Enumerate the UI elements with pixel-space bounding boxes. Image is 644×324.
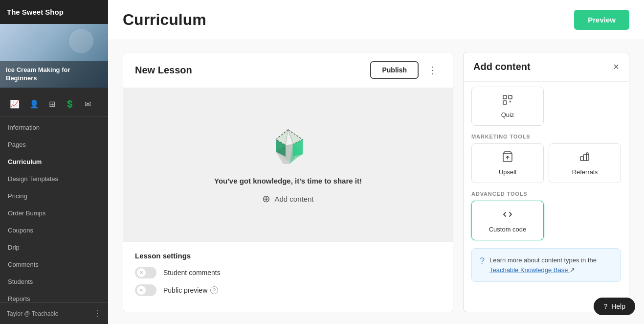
plus-circle-icon: ⊕ xyxy=(262,193,270,205)
student-comments-setting: Student comments xyxy=(135,267,441,278)
lesson-header: New Lesson Publish ⋮ xyxy=(123,52,453,88)
public-preview-help-icon[interactable]: ? xyxy=(210,286,218,294)
student-comments-toggle[interactable] xyxy=(135,267,156,278)
add-content-button[interactable]: ⊕ Add content xyxy=(262,193,313,205)
sidebar-item-comments[interactable]: Comments xyxy=(0,256,108,273)
sidebar-item-email[interactable]: ✉ xyxy=(81,95,95,113)
referrals-card[interactable]: Referrals xyxy=(549,143,621,183)
public-preview-label: Public preview ? xyxy=(163,286,218,294)
publish-button[interactable]: Publish xyxy=(370,61,419,79)
sidebar-brand: The Sweet Shop xyxy=(0,0,108,24)
main-body: New Lesson Publish ⋮ xyxy=(108,40,644,324)
advanced-tools-label: ADVANCED TOOLS xyxy=(471,191,621,197)
add-content-panel: Add content × xyxy=(463,52,629,312)
lesson-settings-title: Lesson settings xyxy=(135,252,441,260)
custom-code-label: Custom code xyxy=(489,226,527,233)
upsell-label: Upsell xyxy=(499,168,516,176)
lesson-panel: New Lesson Publish ⋮ xyxy=(123,52,453,312)
advanced-tools-grid: Custom code xyxy=(471,201,621,240)
sidebar-item-drip[interactable]: Drip xyxy=(0,239,108,256)
preview-button[interactable]: Preview xyxy=(574,10,629,30)
referrals-label: Referrals xyxy=(572,168,598,176)
empty-state-text: You've got knowledge, it's time to share… xyxy=(214,177,362,185)
sidebar-footer: Taylor @ Teachable ⋮ xyxy=(0,302,108,324)
add-content-header: Add content × xyxy=(464,52,629,82)
add-content-title: Add content xyxy=(473,61,531,72)
students-icon: 👤 xyxy=(29,99,39,109)
sidebar-item-students-top[interactable]: 👤 xyxy=(25,95,43,113)
add-content-body: Quiz MARKETING TOOLS Up xyxy=(464,82,629,312)
sidebar-course-title: Ice Cream Making for Beginners xyxy=(0,61,108,88)
quiz-icon xyxy=(502,94,513,107)
knowledge-base-link[interactable]: Teachable Knowledge Base xyxy=(489,266,570,274)
sidebar-nav: 📈 👤 ⊞ 💲 ✉ Lesson settings Information Pa… xyxy=(0,88,108,302)
page-title: Curriculum xyxy=(123,11,206,29)
svg-rect-15 xyxy=(583,155,586,161)
marketing-tools-label: MARKETING TOOLS xyxy=(471,134,621,139)
help-label: Help xyxy=(611,302,625,310)
more-options-button[interactable]: ⋮ xyxy=(423,62,441,78)
public-preview-setting: Public preview ? xyxy=(135,284,441,296)
sidebar-item-analytics[interactable]: 📈 xyxy=(6,95,23,113)
empty-state-illustration xyxy=(266,125,310,169)
info-box: ? Learn more about content types in the … xyxy=(471,248,621,282)
add-content-label: Add content xyxy=(274,195,313,203)
marketing-tools-grid: Upsell Referrals xyxy=(471,143,621,183)
sidebar-item-curriculum[interactable]: Curriculum xyxy=(0,153,108,170)
sidebar-item-reports[interactable]: Reports xyxy=(0,290,108,302)
sidebar-course-banner[interactable]: Ice Cream Making for Beginners xyxy=(0,24,108,88)
sidebar-item-order-bumps[interactable]: Order Bumps xyxy=(0,205,108,222)
sidebar-item-pages[interactable]: Pages xyxy=(0,136,108,153)
svg-rect-10 xyxy=(509,95,512,99)
sidebar-item-dashboard[interactable]: ⊞ xyxy=(45,95,59,113)
sidebar-user: Taylor @ Teachable xyxy=(7,310,58,317)
main-header: Curriculum Preview xyxy=(108,0,644,40)
quiz-label: Quiz xyxy=(501,111,514,118)
info-icon: ? xyxy=(480,256,485,266)
lesson-content-area: You've got knowledge, it's time to share… xyxy=(123,88,453,241)
quiz-grid: Quiz xyxy=(471,87,621,126)
analytics-icon: 📈 xyxy=(10,99,20,109)
sidebar-user-menu[interactable]: ⋮ xyxy=(93,309,101,318)
sidebar-item-students[interactable]: Students xyxy=(0,273,108,290)
upsell-card[interactable]: Upsell xyxy=(471,143,544,183)
help-button[interactable]: ? Help xyxy=(594,298,635,315)
quiz-card[interactable]: Quiz xyxy=(471,87,544,126)
upsell-icon xyxy=(502,151,513,164)
public-preview-toggle[interactable] xyxy=(135,284,156,296)
lesson-header-actions: Publish ⋮ xyxy=(370,61,441,79)
sidebar-item-design-templates[interactable]: Design Templates xyxy=(0,170,108,187)
custom-code-card[interactable]: Custom code xyxy=(471,201,544,240)
svg-rect-9 xyxy=(503,95,507,99)
lesson-settings: Lesson settings Student comments Public … xyxy=(123,241,453,312)
email-icon: ✉ xyxy=(85,99,91,109)
sidebar: The Sweet Shop Ice Cream Making for Begi… xyxy=(0,0,108,324)
info-box-text: Learn more about content types in the Te… xyxy=(489,255,613,275)
referrals-icon xyxy=(579,151,591,164)
sidebar-item-coupons[interactable]: Coupons xyxy=(0,222,108,239)
svg-rect-14 xyxy=(580,157,583,161)
dashboard-icon: ⊞ xyxy=(49,99,55,109)
help-circle-icon: ? xyxy=(603,302,607,310)
custom-code-icon xyxy=(502,208,513,222)
main-area: Curriculum Preview New Lesson Publish ⋮ xyxy=(108,0,644,324)
student-comments-label: Student comments xyxy=(163,269,221,277)
sidebar-item-sales[interactable]: 💲 xyxy=(61,95,79,113)
lesson-title: New Lesson xyxy=(135,65,192,76)
svg-rect-13 xyxy=(503,101,507,104)
close-add-content-button[interactable]: × xyxy=(613,61,619,72)
sales-icon: 💲 xyxy=(65,99,75,109)
sidebar-item-pricing[interactable]: Pricing xyxy=(0,187,108,205)
sidebar-item-information[interactable]: Lesson settings Information xyxy=(0,119,108,136)
